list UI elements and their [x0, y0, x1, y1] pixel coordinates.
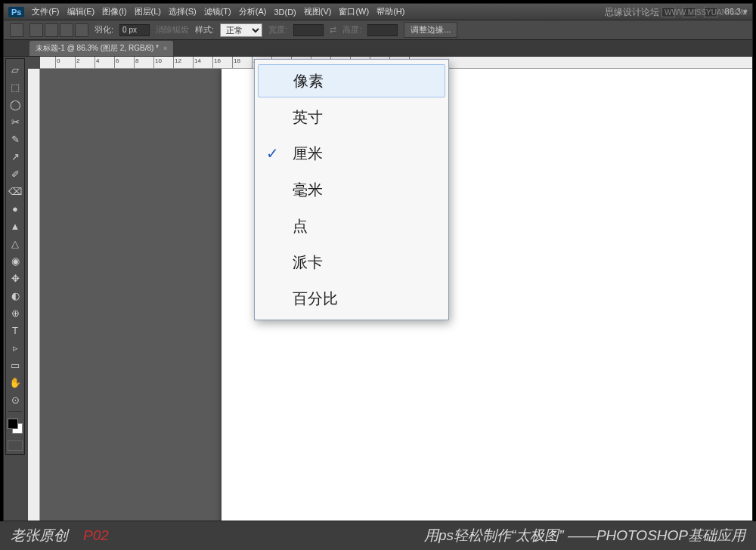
sel-sub-icon[interactable] — [60, 23, 73, 37]
unit-label: 像素 — [284, 71, 324, 91]
ps-logo-icon: Ps — [8, 7, 24, 17]
pen-tool-icon[interactable]: ⊕ — [8, 305, 23, 320]
vertical-ruler[interactable] — [28, 69, 40, 521]
eyedropper-tool-icon[interactable]: ↗ — [8, 149, 23, 164]
tool-separator — [8, 411, 22, 412]
document-tab-title: 未标题-1 @ 86.3% (图层 2, RGB/8) * — [36, 43, 159, 54]
unit-option-3[interactable]: 毫米 — [255, 171, 448, 208]
height-label: 高度: — [342, 24, 361, 36]
unit-label: 毫米 — [284, 180, 323, 200]
width-input[interactable] — [293, 24, 324, 36]
unit-label: 派卡 — [284, 252, 323, 273]
width-label: 宽度: — [268, 24, 287, 36]
zoom-tool-icon[interactable]: ⊙ — [8, 392, 23, 407]
antialias-checkbox[interactable]: 消除锯齿 — [156, 24, 189, 36]
unit-option-6[interactable]: 百分比 — [255, 280, 448, 317]
gradient-tool-icon[interactable]: ◉ — [8, 253, 23, 268]
footer-author: 老张原创 — [11, 526, 68, 545]
shape-tool-icon[interactable]: ▭ — [8, 357, 23, 372]
unit-label: 厘米 — [284, 144, 323, 164]
menu-file[interactable]: 文件(F) — [32, 6, 59, 17]
sel-add-icon[interactable] — [45, 23, 58, 37]
path-tool-icon[interactable]: ▹ — [8, 340, 23, 355]
dodge-tool-icon[interactable]: ◐ — [8, 288, 23, 303]
swap-icon[interactable]: ⇄ — [330, 25, 336, 35]
menu-edit[interactable]: 编辑(E) — [67, 6, 95, 17]
options-bar: 羽化: 消除锯齿 样式: 正常 宽度: ⇄ 高度: 调整边缘... — [4, 20, 752, 40]
document-tab[interactable]: 未标题-1 @ 86.3% (图层 2, RGB/8) * × — [29, 41, 173, 56]
menu-layer[interactable]: 图层(L) — [135, 6, 161, 17]
feather-input[interactable] — [119, 24, 150, 36]
color-swatch[interactable] — [8, 419, 23, 434]
menu-analysis[interactable]: 分析(A) — [239, 6, 267, 17]
unit-option-5[interactable]: 派卡 — [255, 244, 448, 280]
document-tab-bar: 未标题-1 @ 86.3% (图层 2, RGB/8) * × — [4, 40, 752, 57]
sel-new-icon[interactable] — [29, 23, 43, 37]
active-tool-icon[interactable] — [10, 23, 23, 37]
feather-label: 羽化: — [94, 24, 113, 36]
sel-int-icon[interactable] — [75, 23, 88, 37]
hand-tool-icon[interactable]: ✋ — [8, 375, 23, 390]
menu-help[interactable]: 帮助(H) — [376, 6, 404, 17]
menu-filter[interactable]: 滤镜(T) — [204, 6, 231, 17]
unit-option-4[interactable]: 点 — [255, 208, 448, 244]
check-icon: ✓ — [261, 144, 284, 162]
watermark: 思缘设计论坛 WWW.MISSYUAN.COM — [605, 6, 747, 19]
history-brush-tool-icon[interactable]: ▲ — [8, 218, 23, 233]
style-select[interactable]: 正常 — [220, 23, 262, 37]
unit-label: 百分比 — [284, 289, 338, 309]
ruler-units-menu: 像素英寸✓厘米毫米点派卡百分比 — [254, 59, 449, 320]
unit-label: 英寸 — [284, 107, 323, 128]
heal-tool-icon[interactable]: ✐ — [8, 166, 23, 181]
unit-option-2[interactable]: ✓厘米 — [255, 135, 448, 171]
stamp-tool-icon[interactable]: ● — [8, 201, 23, 216]
unit-label: 点 — [284, 216, 308, 236]
tools-panel: ▱ ⬚ ◯ ✂ ✎ ↗ ✐ ⌫ ● ▲ △ ◉ ✥ ◐ ⊕ T ▹ ▭ ✋ ⊙ — [5, 58, 25, 455]
height-input[interactable] — [367, 24, 398, 36]
refine-edge-button[interactable]: 调整边缘... — [404, 22, 457, 38]
unit-option-1[interactable]: 英寸 — [255, 99, 448, 135]
footer-title: 用ps轻松制作“太极图” ——PHOTOSHOP基础应用 — [424, 526, 745, 545]
menu-3d[interactable]: 3D(D) — [274, 8, 296, 17]
unit-option-0[interactable]: 像素 — [258, 64, 445, 97]
style-label: 样式: — [195, 24, 214, 36]
selection-mode-group — [29, 23, 88, 37]
move-tool-icon[interactable]: ▱ — [8, 62, 23, 77]
menu-image[interactable]: 图像(I) — [102, 6, 126, 17]
fg-color-swatch[interactable] — [8, 419, 18, 429]
watermark-sub: WWW.MISSYUAN.COM — [665, 8, 747, 17]
menu-select[interactable]: 选择(S) — [169, 6, 197, 17]
footer-page: P02 — [83, 527, 109, 544]
crop-tool-icon[interactable]: ✎ — [8, 131, 23, 147]
watermark-main: 思缘设计论坛 — [605, 7, 659, 17]
brush-tool-icon[interactable]: ⌫ — [8, 184, 23, 199]
tutorial-footer: 老张原创 P02 用ps轻松制作“太极图” ——PHOTOSHOP基础应用 — [0, 521, 756, 550]
quickmask-icon[interactable] — [8, 440, 23, 451]
wand-tool-icon[interactable]: ✂ — [8, 114, 23, 129]
marquee-tool-icon[interactable]: ⬚ — [8, 79, 23, 94]
blur-tool-icon[interactable]: ✥ — [8, 270, 23, 286]
type-tool-icon[interactable]: T — [8, 323, 23, 338]
tab-close-icon[interactable]: × — [163, 45, 167, 52]
menu-view[interactable]: 视图(V) — [304, 6, 332, 17]
eraser-tool-icon[interactable]: △ — [8, 236, 23, 251]
lasso-tool-icon[interactable]: ◯ — [8, 97, 23, 112]
menu-window[interactable]: 窗口(W) — [339, 6, 369, 17]
